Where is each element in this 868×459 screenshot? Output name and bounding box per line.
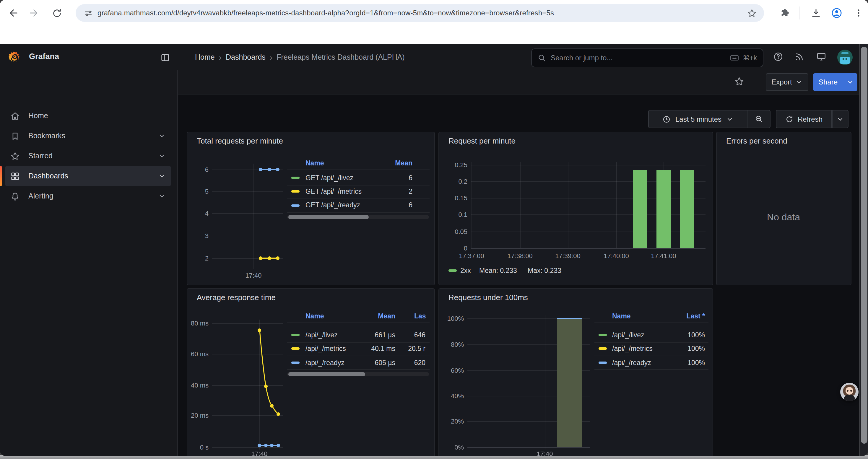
dock-menu-icon[interactable] bbox=[158, 51, 172, 64]
breadcrumb-dashboards[interactable]: Dashboards bbox=[226, 53, 266, 61]
sidebar-item-alerting[interactable]: Alerting bbox=[5, 186, 172, 206]
refresh-icon bbox=[785, 115, 794, 123]
panel-requests-under-100ms[interactable]: Requests under 100ms 100% 80% 60% 40% 20… bbox=[438, 288, 713, 456]
dashboard-toolbar: Export Share bbox=[177, 70, 868, 95]
bar-2xx bbox=[633, 170, 647, 248]
legend-swatch bbox=[291, 347, 300, 350]
breadcrumb-current: Freeleaps Metrics Dashboard (ALPHA) bbox=[277, 53, 405, 61]
user-avatar[interactable] bbox=[837, 50, 852, 65]
sidebar: Home Bookmarks Starred Dashboards bbox=[0, 70, 178, 456]
toolbar-divider bbox=[799, 6, 800, 20]
chevron-down-icon bbox=[846, 78, 854, 86]
browser-toolbar: grafana.mathmast.com/d/deytv4rwavabkb/fr… bbox=[0, 0, 868, 26]
search-icon bbox=[538, 54, 546, 62]
chevron-down-icon bbox=[837, 116, 844, 123]
search-placeholder: Search or jump to... bbox=[551, 54, 730, 62]
chevron-down-icon[interactable] bbox=[158, 153, 165, 160]
legend-swatch bbox=[291, 204, 300, 207]
legend-scrollbar[interactable] bbox=[287, 215, 429, 219]
forward-icon[interactable] bbox=[27, 6, 41, 20]
x-axis-label: 17:40 bbox=[245, 272, 261, 279]
x-axis-label: 17:40 bbox=[536, 450, 553, 456]
chevron-down-icon bbox=[796, 78, 803, 86]
legend-swatch bbox=[448, 269, 457, 272]
browser-window: grafana.mathmast.com/d/deytv4rwavabkb/fr… bbox=[0, 0, 868, 456]
series-line-top bbox=[557, 318, 582, 319]
home-icon bbox=[10, 111, 20, 121]
legend-swatch bbox=[291, 190, 300, 193]
share-button[interactable]: Share bbox=[813, 73, 843, 91]
selected-indicator bbox=[0, 166, 2, 186]
breadcrumb-home[interactable]: Home bbox=[195, 53, 215, 61]
url-bar[interactable]: grafana.mathmast.com/d/deytv4rwavabkb/fr… bbox=[75, 4, 764, 22]
bookmark-star-icon[interactable] bbox=[747, 8, 757, 18]
legend-swatch bbox=[598, 334, 607, 336]
time-range-picker[interactable]: Last 5 minutes bbox=[648, 110, 747, 128]
download-icon[interactable] bbox=[809, 6, 823, 20]
panel-title[interactable]: Total requests per minute bbox=[197, 136, 283, 145]
page-scrollbar[interactable] bbox=[859, 44, 868, 456]
legend-swatch bbox=[598, 362, 607, 364]
toolbar-divider bbox=[759, 74, 759, 89]
export-button[interactable]: Export bbox=[766, 73, 808, 91]
dashboards-grid-icon bbox=[10, 171, 20, 181]
extensions-icon[interactable] bbox=[778, 6, 792, 20]
bar-2xx bbox=[680, 170, 694, 248]
breadcrumb-separator: › bbox=[266, 53, 277, 62]
reload-icon[interactable] bbox=[50, 6, 64, 20]
refresh-button[interactable]: Refresh bbox=[776, 110, 832, 128]
grafana-brand[interactable]: Grafana bbox=[29, 52, 59, 61]
assistant-avatar[interactable] bbox=[840, 383, 859, 401]
share-dropdown-button[interactable] bbox=[843, 73, 857, 91]
panel-request-per-minute[interactable]: Request per minute 0.25 0.2 0.15 0.1 0.0… bbox=[438, 132, 713, 285]
keyboard-icon bbox=[730, 53, 739, 63]
time-controls: Last 5 minutes Refresh bbox=[648, 110, 848, 128]
panel-average-response-time[interactable]: Average response time 80 ms 60 ms 40 ms … bbox=[187, 288, 435, 456]
search-input[interactable]: Search or jump to... ⌘+k bbox=[531, 48, 764, 67]
monitor-icon[interactable] bbox=[815, 50, 828, 63]
panel-title[interactable]: Requests under 100ms bbox=[448, 293, 528, 302]
panel-title[interactable]: Request per minute bbox=[448, 136, 516, 145]
clock-icon bbox=[662, 115, 671, 123]
profile-icon[interactable] bbox=[830, 6, 844, 20]
grafana-logo-icon[interactable] bbox=[8, 51, 20, 63]
panel-total-requests[interactable]: Total requests per minute 6 5 4 3 2 bbox=[187, 132, 435, 285]
breadcrumb: Home › Dashboards › Freeleaps Metrics Da… bbox=[195, 53, 405, 62]
panel-errors-per-second[interactable]: Errors per second No data bbox=[716, 132, 851, 285]
url-text[interactable]: grafana.mathmast.com/d/deytv4rwavabkb/fr… bbox=[97, 9, 747, 17]
chevron-down-icon[interactable] bbox=[158, 193, 165, 200]
refresh-interval-dropdown[interactable] bbox=[832, 110, 848, 128]
chevron-down-icon[interactable] bbox=[158, 172, 165, 179]
chevron-down-icon[interactable] bbox=[158, 132, 165, 139]
help-icon[interactable] bbox=[772, 50, 785, 63]
bell-icon bbox=[10, 191, 20, 201]
site-settings-icon[interactable] bbox=[84, 8, 93, 18]
star-icon bbox=[10, 151, 20, 161]
area-fill bbox=[557, 319, 582, 447]
zoom-out-icon bbox=[754, 114, 763, 124]
news-rss-icon[interactable] bbox=[793, 50, 805, 63]
legend-swatch bbox=[291, 177, 300, 179]
sidebar-item-bookmarks[interactable]: Bookmarks bbox=[5, 126, 172, 146]
legend-swatch bbox=[291, 362, 300, 364]
x-axis-label: 17:40 bbox=[251, 450, 267, 456]
sidebar-item-starred[interactable]: Starred bbox=[5, 146, 172, 166]
bookmarks-bar: Freeleaps 收藏博客 bbox=[0, 26, 868, 45]
sidebar-item-dashboards[interactable]: Dashboards bbox=[5, 166, 172, 186]
scrollbar-thumb[interactable] bbox=[861, 47, 867, 444]
panel-title[interactable]: Errors per second bbox=[726, 136, 787, 145]
sidebar-item-home[interactable]: Home bbox=[5, 106, 172, 126]
menu-kebab-icon[interactable] bbox=[852, 6, 865, 20]
zoom-out-button[interactable] bbox=[747, 110, 771, 128]
favorite-star-icon[interactable] bbox=[733, 75, 746, 88]
no-data-message: No data bbox=[767, 212, 800, 223]
grafana-top-nav: Grafana Home › Dashboards › Freeleaps Me… bbox=[0, 44, 868, 70]
bookmark-icon bbox=[10, 131, 20, 141]
legend-scrollbar[interactable] bbox=[287, 372, 429, 376]
chevron-down-icon bbox=[726, 116, 733, 123]
legend-swatch bbox=[291, 334, 300, 336]
bar-2xx bbox=[656, 170, 671, 248]
back-icon[interactable] bbox=[6, 6, 20, 20]
legend-swatch bbox=[598, 347, 607, 350]
search-shortcut: ⌘+k bbox=[743, 54, 757, 62]
